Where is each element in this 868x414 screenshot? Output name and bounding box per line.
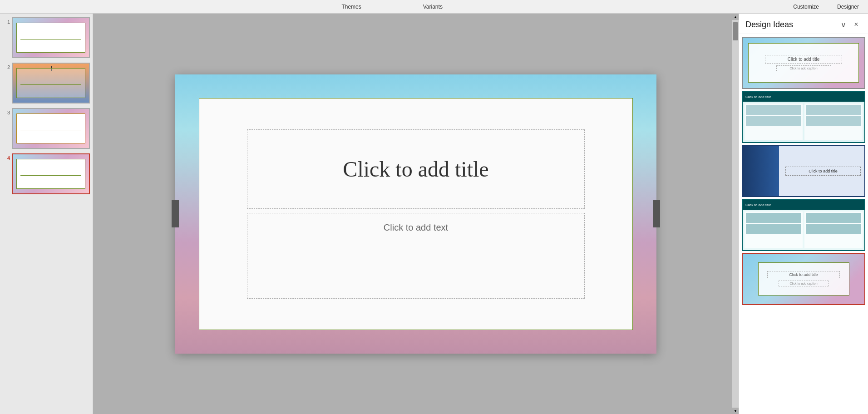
text-placeholder-text: Click to add text bbox=[384, 222, 448, 233]
idea-1-title: Click to add title bbox=[765, 55, 842, 64]
idea-4-col2-box1 bbox=[806, 213, 861, 223]
text-placeholder[interactable]: Click to add text bbox=[247, 213, 585, 299]
slide-3-container: 3 bbox=[3, 108, 90, 149]
idea-5-white-box: Click to add title Click to add caption bbox=[758, 262, 849, 295]
idea-2-col1-box1 bbox=[746, 105, 801, 115]
design-idea-5[interactable]: Click to add title Click to add caption bbox=[742, 253, 865, 305]
title-placeholder[interactable]: Click to add title bbox=[247, 129, 585, 209]
slide-2-number: 2 bbox=[3, 63, 10, 70]
slide-divider-line bbox=[247, 209, 585, 209]
idea-4-header-text: Click to add title bbox=[745, 203, 771, 207]
idea-2-col2-box1 bbox=[806, 105, 861, 115]
slide-1-line bbox=[20, 39, 81, 39]
scroll-thumb[interactable] bbox=[733, 22, 738, 40]
slide-1-container: 1 bbox=[3, 17, 90, 58]
idea-3-right: Click to add title bbox=[785, 155, 861, 187]
slide-3-line bbox=[20, 130, 81, 130]
ribbon-designer[interactable]: Designer bbox=[828, 4, 868, 10]
design-ideas-list: Click to add title Click to add caption … bbox=[739, 34, 868, 414]
slide-handle-left[interactable] bbox=[172, 200, 179, 227]
idea-5-title: Click to add title bbox=[767, 271, 839, 278]
canvas-area: Click to add title Click to add text ▲ ▼ bbox=[93, 14, 739, 414]
idea-2-col1-box2 bbox=[746, 116, 801, 126]
slide-1-thumb[interactable] bbox=[12, 17, 90, 58]
slide-4-thumb[interactable] bbox=[12, 153, 90, 194]
idea-4-col-2 bbox=[804, 212, 863, 248]
design-idea-3[interactable]: Click to add title bbox=[742, 145, 865, 197]
idea-4-inner: Click to add title bbox=[743, 200, 864, 250]
idea-4-col1-box1 bbox=[746, 213, 801, 223]
idea-2-col-1 bbox=[745, 104, 803, 140]
idea-4-col2-box2 bbox=[806, 224, 861, 234]
slide-2-thumb[interactable] bbox=[12, 63, 90, 104]
idea-3-title-box: Click to add title bbox=[785, 167, 861, 176]
idea-4-col-1 bbox=[745, 212, 803, 248]
title-text: Click to add title bbox=[343, 157, 488, 182]
idea-2-inner: Click to add title bbox=[743, 92, 864, 142]
design-idea-1[interactable]: Click to add title Click to add caption bbox=[742, 37, 865, 89]
idea-4-col1-box2 bbox=[746, 224, 801, 234]
ribbon-variants[interactable]: Variants bbox=[410, 4, 455, 10]
slide-3-number: 3 bbox=[3, 108, 10, 115]
ribbon-bar: Themes Variants Customize Designer bbox=[0, 0, 868, 14]
design-panel-title: Design Ideas bbox=[745, 20, 836, 30]
idea-4-cols bbox=[743, 210, 864, 250]
ribbon-themes[interactable]: Themes bbox=[329, 4, 374, 10]
main-area: 1 2 3 bbox=[0, 14, 868, 414]
slide-4-number: 4 bbox=[3, 153, 10, 161]
idea-2-col-2 bbox=[804, 104, 863, 140]
idea-3-inner: Click to add title bbox=[743, 146, 864, 196]
slide-thumbnails-panel: 1 2 3 bbox=[0, 14, 93, 414]
idea-2-header: Click to add title bbox=[743, 92, 864, 102]
idea-2-cols bbox=[743, 102, 864, 142]
slide-handle-right[interactable] bbox=[653, 200, 660, 227]
slide-1-inner bbox=[16, 23, 85, 53]
design-panel-close-button[interactable]: × bbox=[851, 19, 862, 30]
idea-5-subtitle: Click to add caption bbox=[779, 281, 828, 286]
slide-3-thumb[interactable] bbox=[12, 108, 90, 149]
canvas-scrollbar[interactable]: ▲ ▼ bbox=[732, 14, 739, 414]
slide-1-number: 1 bbox=[3, 17, 10, 25]
slide-4-inner bbox=[16, 159, 85, 189]
slide-4-line bbox=[20, 175, 81, 176]
slide-canvas[interactable]: Click to add title Click to add text bbox=[175, 74, 656, 354]
slide-2-inner bbox=[16, 68, 85, 98]
design-idea-2[interactable]: Click to add title bbox=[742, 91, 865, 143]
idea-5-inner: Click to add title Click to add caption bbox=[743, 254, 864, 304]
ribbon-customize[interactable]: Customize bbox=[784, 4, 828, 10]
idea-2-header-text: Click to add title bbox=[745, 95, 771, 99]
scroll-down-arrow[interactable]: ▼ bbox=[732, 408, 739, 414]
idea-2-col2-box2 bbox=[806, 116, 861, 126]
slide-inner-frame: Click to add title Click to add text bbox=[199, 98, 633, 330]
idea-1-subtitle: Click to add caption bbox=[776, 65, 831, 71]
idea-1-inner: Click to add title Click to add caption bbox=[748, 43, 859, 83]
slide-2-container: 2 bbox=[3, 63, 90, 104]
design-panel-header: Design Ideas ∨ × bbox=[739, 14, 868, 34]
design-panel-collapse-button[interactable]: ∨ bbox=[838, 19, 849, 30]
design-ideas-panel: Design Ideas ∨ × Click to add title Clic… bbox=[739, 14, 868, 414]
idea-4-header: Click to add title bbox=[743, 200, 864, 210]
scroll-up-arrow[interactable]: ▲ bbox=[732, 14, 739, 20]
scroll-track bbox=[732, 20, 739, 408]
slide-3-inner bbox=[16, 113, 85, 143]
slide-2-line bbox=[20, 84, 81, 85]
design-idea-4[interactable]: Click to add title bbox=[742, 199, 865, 251]
slide-4-container: 4 bbox=[3, 153, 90, 194]
